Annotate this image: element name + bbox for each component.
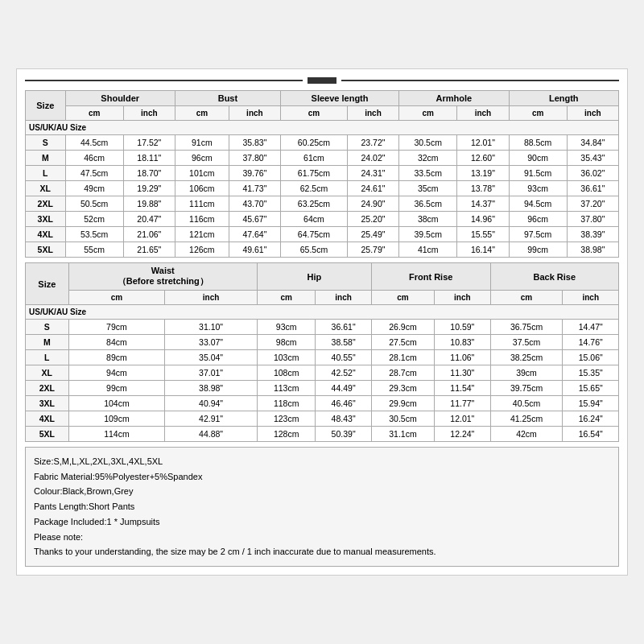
data-cell: 43.70" bbox=[229, 196, 280, 212]
data-cell: 38cm bbox=[399, 212, 457, 227]
front-rise-inch: inch bbox=[435, 291, 490, 305]
bust-cm: cm bbox=[175, 106, 229, 121]
size-cell: 2XL bbox=[26, 196, 66, 212]
title-banner bbox=[25, 77, 619, 84]
note-line: Please note: bbox=[34, 530, 610, 545]
armhole-cm: cm bbox=[399, 106, 457, 121]
data-cell: 26.9cm bbox=[371, 320, 434, 335]
data-cell: 37.80" bbox=[567, 212, 618, 227]
table1-size-label-row: US/UK/AU Size bbox=[26, 121, 619, 135]
table-row: M84cm33.07"98cm38.58"27.5cm10.83"37.5cm1… bbox=[26, 335, 619, 350]
note-line: Colour:Black,Brown,Grey bbox=[34, 484, 610, 499]
data-cell: 12.60" bbox=[457, 151, 509, 166]
data-cell: 64cm bbox=[280, 212, 347, 227]
data-cell: 53.5cm bbox=[65, 227, 123, 242]
length-cm: cm bbox=[509, 106, 567, 121]
data-cell: 121cm bbox=[175, 227, 229, 242]
data-cell: 38.98" bbox=[567, 242, 618, 258]
size-cell: S bbox=[26, 135, 66, 151]
data-cell: 91cm bbox=[175, 135, 229, 151]
col-waist: Waist（Before stretching） bbox=[68, 263, 257, 291]
size-cell: 5XL bbox=[26, 427, 69, 442]
data-cell: 11.30" bbox=[435, 365, 490, 381]
col-size: Size bbox=[26, 91, 66, 121]
data-cell: 35.04" bbox=[165, 350, 258, 365]
data-cell: 61cm bbox=[280, 151, 347, 166]
data-cell: 94.5cm bbox=[509, 196, 567, 212]
data-cell: 28.7cm bbox=[371, 365, 434, 381]
data-cell: 84cm bbox=[68, 335, 165, 350]
data-cell: 93cm bbox=[509, 181, 567, 196]
data-cell: 94cm bbox=[68, 365, 165, 381]
data-cell: 29.3cm bbox=[371, 381, 434, 396]
table2-size-label-row: US/UK/AU Size bbox=[26, 305, 619, 320]
data-cell: 38.58" bbox=[316, 335, 371, 350]
table2-body: S79cm31.10"93cm36.61"26.9cm10.59"36.75cm… bbox=[26, 320, 619, 442]
data-cell: 96cm bbox=[509, 212, 567, 227]
data-cell: 103cm bbox=[257, 350, 315, 365]
data-cell: 37.01" bbox=[165, 365, 258, 381]
data-cell: 12.24" bbox=[435, 427, 490, 442]
data-cell: 123cm bbox=[257, 411, 315, 427]
data-cell: 16.24" bbox=[563, 411, 619, 427]
data-cell: 41.25cm bbox=[490, 411, 563, 427]
data-cell: 64.75cm bbox=[280, 227, 347, 242]
data-cell: 55cm bbox=[65, 242, 123, 258]
size-chart-container: Size Shoulder Bust Sleeve length Armhole… bbox=[16, 68, 628, 576]
data-cell: 13.19" bbox=[457, 166, 509, 181]
back-rise-cm: cm bbox=[490, 291, 563, 305]
data-cell: 99cm bbox=[509, 242, 567, 258]
length-inch: inch bbox=[567, 106, 618, 121]
note-line: Package Included:1 * Jumpsuits bbox=[34, 514, 610, 530]
data-cell: 36.5cm bbox=[399, 196, 457, 212]
size-cell: M bbox=[26, 151, 66, 166]
data-cell: 49.61" bbox=[229, 242, 280, 258]
data-cell: 39.76" bbox=[229, 166, 280, 181]
data-cell: 47.64" bbox=[229, 227, 280, 242]
data-cell: 21.06" bbox=[123, 227, 175, 242]
data-cell: 93cm bbox=[257, 320, 315, 335]
data-cell: 29.9cm bbox=[371, 396, 434, 411]
size-cell: 3XL bbox=[26, 396, 69, 411]
data-cell: 14.47" bbox=[563, 320, 619, 335]
data-cell: 36.02" bbox=[567, 166, 618, 181]
data-cell: 37.20" bbox=[567, 196, 618, 212]
data-cell: 17.52" bbox=[123, 135, 175, 151]
data-cell: 106cm bbox=[175, 181, 229, 196]
data-cell: 42cm bbox=[490, 427, 563, 442]
data-cell: 38.98" bbox=[165, 381, 258, 396]
data-cell: 108cm bbox=[257, 365, 315, 381]
data-cell: 89cm bbox=[68, 350, 165, 365]
data-cell: 44.49" bbox=[316, 381, 371, 396]
bust-inch: inch bbox=[229, 106, 280, 121]
data-cell: 35cm bbox=[399, 181, 457, 196]
data-cell: 44.88" bbox=[165, 427, 258, 442]
data-cell: 96cm bbox=[175, 151, 229, 166]
table-row: 3XL104cm40.94"118cm46.46"29.9cm11.77"40.… bbox=[26, 396, 619, 411]
data-cell: 48.43" bbox=[316, 411, 371, 427]
size-cell: M bbox=[26, 335, 69, 350]
back-rise-inch: inch bbox=[563, 291, 619, 305]
data-cell: 31.1cm bbox=[371, 427, 434, 442]
table-row: XL49cm19.29"106cm41.73"62.5cm24.61"35cm1… bbox=[26, 181, 619, 196]
title-line-right bbox=[341, 80, 619, 81]
data-cell: 98cm bbox=[257, 335, 315, 350]
size-cell: 3XL bbox=[26, 212, 66, 227]
data-cell: 62.5cm bbox=[280, 181, 347, 196]
data-cell: 14.76" bbox=[563, 335, 619, 350]
data-cell: 14.37" bbox=[457, 196, 509, 212]
table-row: 5XL55cm21.65"126cm49.61"65.5cm25.79"41cm… bbox=[26, 242, 619, 258]
data-cell: 46cm bbox=[65, 151, 123, 166]
data-cell: 24.61" bbox=[347, 181, 398, 196]
size-cell: 2XL bbox=[26, 381, 69, 396]
data-cell: 99cm bbox=[68, 381, 165, 396]
data-cell: 10.83" bbox=[435, 335, 490, 350]
table-row: 3XL52cm20.47"116cm45.67"64cm25.20"38cm14… bbox=[26, 212, 619, 227]
data-cell: 39.75cm bbox=[490, 381, 563, 396]
note-line: Size:S,M,L,XL,2XL,3XL,4XL,5XL bbox=[34, 454, 610, 469]
data-cell: 36.75cm bbox=[490, 320, 563, 335]
data-cell: 11.06" bbox=[435, 350, 490, 365]
data-cell: 20.47" bbox=[123, 212, 175, 227]
data-cell: 101cm bbox=[175, 166, 229, 181]
data-cell: 34.84" bbox=[567, 135, 618, 151]
